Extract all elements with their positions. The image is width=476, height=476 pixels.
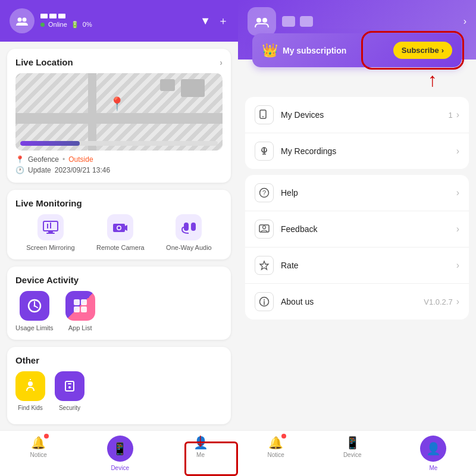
remote-camera-icon [107,214,133,240]
geofence-row: 📍 Geofence • Outside [15,155,223,164]
my-recordings-icon [255,142,274,161]
left-content: Live Location › 📍 📍 Geofence • Outside [0,42,238,430]
about-us-icon [255,292,274,311]
find-kids-item[interactable]: Find Kids [15,371,45,411]
right-content: My Devices 1 › My Recordings [238,67,476,430]
battery-bars [40,14,92,18]
geofence-label: Geofence [28,155,59,164]
online-dot [40,23,45,27]
find-kids-icon [15,371,45,401]
clock-icon: 🕐 [15,166,24,174]
notice-icon: 🔔 [31,436,46,450]
feedback-icon [255,220,274,239]
map-area[interactable]: 📍 [15,73,223,151]
about-us-item[interactable]: About us V1.0.2.7 › [245,284,469,320]
live-monitoring-title: Live Monitoring [15,198,223,208]
status-row: Online 🔋 0% [40,21,92,29]
svg-point-38 [264,299,265,300]
devices-count: 1 [448,111,452,120]
svg-point-25 [262,18,267,23]
left-panel: Online 🔋 0% ▼ ＋ Live Location › 📍 [0,0,238,476]
svg-rect-23 [68,383,71,384]
svg-marker-8 [125,225,127,231]
app-list-label: App List [68,324,92,331]
my-recordings-item[interactable]: My Recordings › [245,133,469,169]
nav-device-left[interactable]: 📱 Device [107,436,133,471]
outside-badge: Outside [68,155,93,164]
map-pin-icon: 📍 [109,96,125,112]
notice-badge [44,434,49,439]
my-devices-item[interactable]: My Devices 1 › [245,97,469,133]
device-activity-title: Device Activity [15,275,223,285]
nav-me-right[interactable]: 👤 Me [420,436,446,471]
nav-device-right[interactable]: 📱 Device [343,436,362,471]
header-right: ▼ ＋ [200,14,228,28]
rate-label: Rate [281,261,449,270]
screen-mirroring-item[interactable]: Screen Mirroring [26,214,74,251]
help-item[interactable]: ? Help › [245,175,469,211]
nav-notice-right[interactable]: 🔔 Notice [268,436,284,471]
help-chevron: › [456,187,459,198]
battery-label: 0% [83,21,92,28]
subscribe-label: Subscribe [402,46,439,55]
progress-fill [20,141,80,146]
screen-mirroring-label: Screen Mirroring [26,244,74,251]
notice-badge-right [281,434,286,439]
about-chevron: › [456,296,459,307]
svg-point-27 [262,116,264,117]
other-icon2 [55,371,84,401]
app-list-icon [65,291,95,321]
svg-rect-3 [48,231,53,233]
remote-camera-item[interactable]: Remote Camera [96,214,145,251]
svg-rect-4 [46,233,55,234]
map-road-horizontal [15,113,223,124]
avatar [10,8,35,33]
activity-icons: Usage Limits App List [15,291,223,331]
progress-bar [20,141,218,146]
map-road-vertical [88,73,96,151]
svg-text:?: ? [262,189,266,196]
update-label: Update [28,166,51,174]
map-building-1 [181,79,205,97]
right-header-right: › [464,16,466,27]
svg-point-35 [263,226,266,229]
about-us-right: V1.0.2.7 › [424,296,459,307]
other-item2[interactable]: Security [55,371,84,411]
screen-mirroring-icon [37,214,64,240]
subscription-card: 👑 My subscription Subscribe › [252,33,462,67]
svg-marker-36 [260,261,268,270]
my-devices-label: My Devices [281,110,441,120]
feedback-item[interactable]: Feedback › [245,211,469,248]
svg-point-22 [68,386,71,389]
my-recordings-right: › [456,146,459,156]
subscribe-chevron: › [441,46,444,55]
usage-limits-item[interactable]: Usage Limits [15,291,54,331]
device-label: Device [111,465,129,471]
menu-section-2: ? Help › Feedback › [245,175,469,320]
nav-notice-left[interactable]: 🔔 Notice [30,436,46,471]
right-chevron-icon[interactable]: › [464,16,466,26]
other-label2: Security [59,405,80,411]
device-label-right: Device [343,452,362,458]
one-way-audio-item[interactable]: One-Way Audio [166,214,212,251]
nav-me-left[interactable]: 👤 Me [193,436,208,471]
dropdown-icon[interactable]: ▼ [200,15,211,27]
subscribe-button[interactable]: Subscribe › [393,42,452,59]
app-list-item[interactable]: App List [65,291,95,331]
devices-chevron: › [456,109,459,120]
bar1 [40,14,48,18]
other-icons: Find Kids Security [15,371,223,416]
svg-point-19 [28,381,33,386]
device-icon-right: 📱 [345,436,360,450]
plus-icon[interactable]: ＋ [218,14,228,28]
rate-right: › [456,260,459,271]
help-label: Help [281,188,449,198]
crown-icon: 👑 [262,43,278,58]
feedback-right: › [456,224,459,234]
svg-point-0 [18,18,22,22]
update-time: 2023/09/21 13:46 [55,166,110,174]
bar3 [58,14,65,18]
find-kids-label: Find Kids [18,405,43,411]
my-devices-right: 1 › [448,109,459,120]
rate-item[interactable]: Rate › [245,248,469,284]
